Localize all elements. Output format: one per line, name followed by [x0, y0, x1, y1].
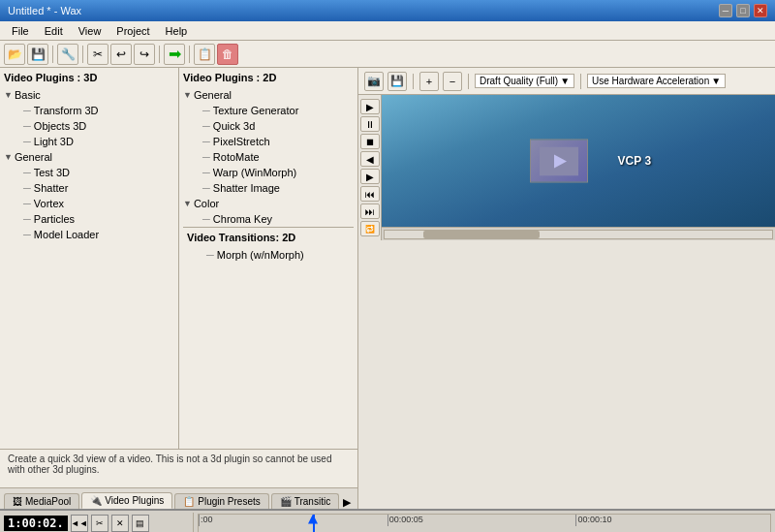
expand-general-2d-icon: ▼	[183, 87, 192, 103]
menu-view[interactable]: View	[71, 23, 109, 39]
tree-item-modelloader[interactable]: Model Loader	[4, 227, 174, 242]
maximize-button[interactable]: □	[736, 4, 750, 17]
time-display: 1:00:02.	[4, 516, 68, 531]
preview-zoom-out-btn[interactable]: −	[443, 72, 462, 91]
acceleration-chevron-icon: ▼	[711, 76, 721, 86]
tree-item-objects3d[interactable]: Objects 3D	[4, 118, 174, 134]
video-thumbnail	[530, 140, 588, 183]
plugins-3d-panel: Video Plugins : 3D ▼ Basic Transform 3D …	[0, 68, 179, 449]
tree-group-color-label[interactable]: ▼ Color	[183, 196, 354, 211]
preview-acceleration-dropdown[interactable]: Use Hardware Acceleration ▼	[587, 74, 726, 88]
tree-item-rotomate[interactable]: RotoMate	[183, 149, 354, 165]
preview-sep-3	[580, 74, 581, 89]
tree-item-test3d[interactable]: Test 3D	[4, 165, 174, 180]
next-frame-btn[interactable]: ▶	[360, 169, 380, 184]
tl-x-btn[interactable]: ✕	[111, 515, 129, 532]
plugins-3d-title: Video Plugins : 3D	[4, 72, 174, 83]
toolbar: 📂 💾 🔧 ✂ ↩ ↪ ➡ 📋 🗑	[0, 41, 775, 68]
prev-frame-btn[interactable]: ◀	[360, 151, 380, 167]
loop-btn[interactable]: 🔁	[360, 221, 380, 236]
transitions-title: Video Transitions: 2D	[187, 232, 350, 243]
toolbar-delete[interactable]: 🗑	[217, 44, 238, 65]
tab-transitions-label: Transitic	[294, 496, 330, 507]
menu-help[interactable]: Help	[158, 23, 196, 39]
tab-mediapool-label: MediaPool	[25, 496, 71, 507]
tab-transitions[interactable]: 🎬 Transitic	[271, 493, 339, 509]
toolbar-save[interactable]: 💾	[27, 44, 48, 65]
tree-item-warp[interactable]: Warp (WinMorph)	[183, 165, 354, 180]
go-start-btn[interactable]: ⏮	[360, 186, 380, 202]
pause-btn[interactable]: ⏸	[360, 116, 380, 132]
ruler-track: :00 00:00:05 00:00:10	[198, 514, 771, 533]
ruler-label-10: 00:00:10	[577, 515, 611, 524]
ruler-tick-10	[575, 515, 576, 526]
menu-edit[interactable]: Edit	[37, 23, 71, 39]
preview-save-btn[interactable]: 💾	[388, 72, 407, 91]
tree-item-texture[interactable]: Texture Generator	[183, 103, 354, 118]
toolbar-sep-2	[82, 46, 83, 63]
tree-item-shatter[interactable]: Shatter	[4, 180, 174, 196]
close-button[interactable]: ✕	[754, 4, 767, 17]
tabs-row: 🖼 MediaPool 🔌 Video Plugins 📋 Plugin Pre…	[0, 487, 357, 509]
toolbar-settings[interactable]: 🔧	[57, 44, 78, 65]
play-btn[interactable]: ▶	[360, 99, 380, 114]
playhead-line-ruler	[313, 515, 315, 532]
tl-cut-btn[interactable]: ✂	[91, 515, 108, 532]
tree-item-quick3d[interactable]: Quick 3d	[183, 118, 354, 134]
preview-scroll-track[interactable]	[384, 230, 773, 239]
tree-item-vortex[interactable]: Vortex	[4, 196, 174, 211]
toolbar-open[interactable]: 📂	[4, 44, 25, 65]
tree-item-particles[interactable]: Particles	[4, 211, 174, 227]
videoplugins-icon: 🔌	[90, 495, 102, 506]
right-panel: 📷 💾 + − Draft Quality (Full) ▼ Use Hardw…	[358, 68, 775, 509]
tree-group-color: ▼ Color Chroma Key	[183, 196, 354, 227]
preview-quality-dropdown[interactable]: Draft Quality (Full) ▼	[475, 74, 574, 88]
tl-prev-btn[interactable]: ◄◄	[71, 515, 88, 532]
tabs-scroll-right[interactable]: ▶	[343, 496, 351, 509]
toolbar-sep-4	[189, 46, 190, 63]
preview-scrollbar-h[interactable]	[382, 227, 775, 240]
preview-side: ▶ ⏸ ⏹ ◀ ▶ ⏮ ⏭ 🔁 VCP 3	[358, 95, 775, 240]
minimize-button[interactable]: ─	[719, 4, 732, 17]
preview-zoom-in-btn[interactable]: +	[419, 72, 439, 91]
tl-add-btn[interactable]: ▤	[132, 515, 149, 532]
tree-item-pixelstretch[interactable]: PixelStretch	[183, 134, 354, 149]
play-controls: ▶ ⏸ ⏹ ◀ ▶ ⏮ ⏭ 🔁	[358, 95, 382, 240]
menu-bar: File Edit View Project Help	[0, 21, 775, 41]
preview-content: VCP 3	[382, 95, 775, 240]
toolbar-redo[interactable]: ↪	[134, 44, 155, 65]
pluginpresets-icon: 📋	[183, 496, 195, 507]
window-controls: ─ □ ✕	[719, 4, 767, 17]
go-end-btn[interactable]: ⏭	[360, 203, 380, 219]
toolbar-render[interactable]: ➡	[164, 44, 185, 65]
plugins-area: Video Plugins : 3D ▼ Basic Transform 3D …	[0, 68, 357, 449]
preview-scroll-thumb[interactable]	[423, 231, 540, 238]
thumbnail-image	[540, 146, 578, 175]
stop-btn[interactable]: ⏹	[360, 134, 380, 149]
tree-item-chromakey[interactable]: Chroma Key	[183, 211, 354, 227]
toolbar-undo[interactable]: ↩	[110, 44, 132, 65]
toolbar-cut[interactable]: ✂	[87, 44, 108, 65]
menu-project[interactable]: Project	[108, 23, 157, 39]
toolbar-sep-3	[159, 46, 160, 63]
tree-group-basic-label[interactable]: ▼ Basic	[4, 87, 174, 103]
tree-item-light3d[interactable]: Light 3D	[4, 134, 174, 149]
transitions-icon: 🎬	[280, 496, 292, 507]
description-area: Create a quick 3d view of a video. This …	[0, 449, 357, 487]
tree-item-transform3d[interactable]: Transform 3D	[4, 103, 174, 118]
tab-videoplugins[interactable]: 🔌 Video Plugins	[81, 492, 172, 509]
preview-screenshot-btn[interactable]: 📷	[364, 72, 384, 91]
tree-group-general-2d-label[interactable]: ▼ General	[183, 87, 354, 103]
expand-color-icon: ▼	[183, 196, 192, 211]
group-basic-name: Basic	[15, 87, 41, 103]
expand-general-3d-icon: ▼	[4, 149, 13, 165]
menu-file[interactable]: File	[4, 23, 37, 39]
toolbar-copy[interactable]: 📋	[194, 44, 215, 65]
tree-item-morph[interactable]: Morph (w/nMorph)	[187, 247, 350, 263]
tab-pluginpresets[interactable]: 📋 Plugin Presets	[174, 493, 268, 509]
tree-group-general-3d-label[interactable]: ▼ General	[4, 149, 174, 165]
preview-quality-label: Draft Quality (Full)	[480, 76, 558, 86]
tab-mediapool[interactable]: 🖼 MediaPool	[4, 493, 79, 509]
ruler-label-5: 00:00:05	[389, 515, 423, 524]
tree-item-shatterimage[interactable]: Shatter Image	[183, 180, 354, 196]
